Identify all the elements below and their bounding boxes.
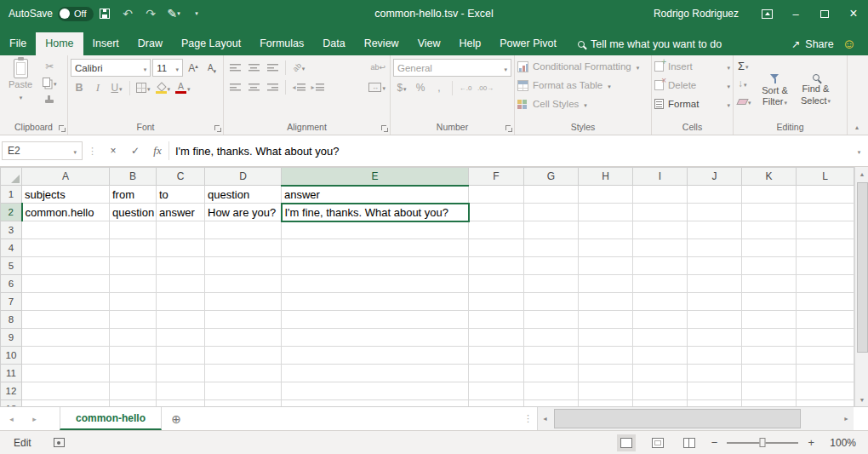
zoom-slider-thumb[interactable] (760, 438, 766, 447)
cell[interactable] (688, 239, 742, 257)
cell[interactable] (579, 204, 633, 221)
cell[interactable] (742, 365, 797, 382)
zoom-in-button[interactable]: + (808, 436, 814, 449)
cell[interactable] (469, 257, 524, 275)
insert-cells-button[interactable]: Insert (654, 57, 730, 76)
formula-bar-expand-button[interactable] (851, 145, 866, 157)
cell[interactable] (22, 257, 110, 275)
cell[interactable] (205, 365, 282, 382)
cell[interactable] (205, 239, 282, 257)
font-dialog-launcher[interactable] (213, 124, 222, 133)
decrease-indent-button[interactable] (290, 78, 307, 95)
cell[interactable] (688, 293, 742, 311)
zoom-out-button[interactable]: − (711, 436, 718, 449)
cell[interactable] (110, 382, 157, 400)
cell-a2[interactable]: common.hello (22, 204, 110, 221)
macro-record-button[interactable] (54, 438, 65, 447)
align-bottom-button[interactable] (264, 59, 281, 76)
select-all-corner[interactable] (1, 168, 22, 186)
comma-style-button[interactable]: , (431, 79, 448, 96)
enter-button[interactable]: ✓ (124, 141, 146, 160)
align-middle-button[interactable] (245, 59, 262, 76)
cell[interactable] (110, 347, 157, 365)
cell[interactable] (469, 221, 524, 239)
cell[interactable] (22, 221, 110, 239)
cell[interactable] (22, 365, 110, 382)
paste-button[interactable]: Paste (3, 57, 38, 121)
increase-decimal-button[interactable] (457, 79, 474, 96)
italic-button[interactable]: I (89, 79, 106, 96)
column-header-k[interactable]: K (742, 168, 797, 186)
column-header-l[interactable]: L (797, 168, 854, 186)
cell[interactable] (157, 275, 205, 293)
cell[interactable] (205, 293, 282, 311)
normal-view-button[interactable] (617, 434, 636, 451)
cell[interactable] (110, 275, 157, 293)
conditional-formatting-button[interactable]: Conditional Formatting (517, 57, 648, 76)
cell[interactable] (157, 365, 205, 382)
horizontal-scrollbar[interactable]: ◄ ► (537, 407, 854, 430)
redo-button[interactable]: ↷ (140, 3, 162, 25)
cell[interactable] (282, 382, 469, 400)
cell[interactable] (688, 347, 742, 365)
tab-home[interactable]: Home (36, 32, 83, 55)
name-box[interactable]: E2 (2, 141, 83, 160)
orientation-button[interactable] (290, 59, 307, 76)
row-header-5[interactable]: 5 (1, 257, 22, 275)
cell[interactable] (579, 186, 633, 204)
format-as-table-button[interactable]: Format as Table (517, 76, 648, 95)
tab-power-pivot[interactable]: Power Pivot (490, 32, 566, 55)
cell-e1[interactable]: answer (282, 186, 469, 204)
horizontal-scroll-track[interactable] (552, 407, 839, 430)
cell[interactable] (688, 382, 742, 400)
cell[interactable] (110, 311, 157, 329)
bold-button[interactable]: B (71, 79, 88, 96)
cell[interactable] (205, 257, 282, 275)
cell[interactable] (524, 382, 579, 400)
wrap-text-button[interactable] (368, 59, 387, 76)
cell[interactable] (633, 347, 688, 365)
maximize-button[interactable] (810, 0, 839, 27)
cell[interactable] (633, 221, 688, 239)
format-painter-button[interactable] (41, 91, 59, 106)
column-header-i[interactable]: I (633, 168, 688, 186)
cell[interactable] (282, 365, 469, 382)
cell[interactable] (157, 311, 205, 329)
cell[interactable] (205, 221, 282, 239)
cell[interactable] (469, 186, 524, 204)
horizontal-scroll-thumb[interactable] (554, 409, 801, 428)
cell[interactable] (742, 329, 797, 347)
cell[interactable] (282, 221, 469, 239)
cell[interactable] (797, 275, 854, 293)
scroll-left-button[interactable]: ◄ (538, 416, 552, 422)
cell[interactable] (688, 329, 742, 347)
row-header-2[interactable]: 2 (1, 204, 22, 221)
cell[interactable] (205, 311, 282, 329)
scroll-down-button[interactable]: ▼ (855, 393, 868, 406)
cell[interactable] (22, 311, 110, 329)
cell[interactable] (469, 293, 524, 311)
fill-color-button[interactable] (154, 79, 173, 96)
row-header-10[interactable]: 10 (1, 347, 22, 365)
cell[interactable] (524, 311, 579, 329)
customize-quick-access-button[interactable]: ▾ (186, 3, 208, 25)
cell[interactable] (579, 293, 633, 311)
sort-filter-button[interactable]: Sort & Filter (756, 57, 794, 121)
cell[interactable] (157, 347, 205, 365)
cell[interactable] (797, 311, 854, 329)
increase-indent-button[interactable] (309, 78, 326, 95)
cell[interactable] (742, 186, 797, 204)
sheet-nav-left-button[interactable]: ◂ (0, 407, 23, 430)
cell[interactable] (469, 275, 524, 293)
cell[interactable] (579, 400, 633, 407)
column-header-e[interactable]: E (282, 168, 469, 186)
cell[interactable] (282, 239, 469, 257)
collapse-ribbon-button[interactable]: ▴ (850, 121, 864, 133)
cell[interactable] (633, 382, 688, 400)
ribbon-display-options-button[interactable] (752, 0, 781, 27)
decrease-font-size-button[interactable] (203, 60, 220, 77)
cell[interactable] (22, 293, 110, 311)
cell[interactable] (579, 311, 633, 329)
cell[interactable] (688, 400, 742, 407)
tab-formulas[interactable]: Formulas (250, 32, 313, 55)
